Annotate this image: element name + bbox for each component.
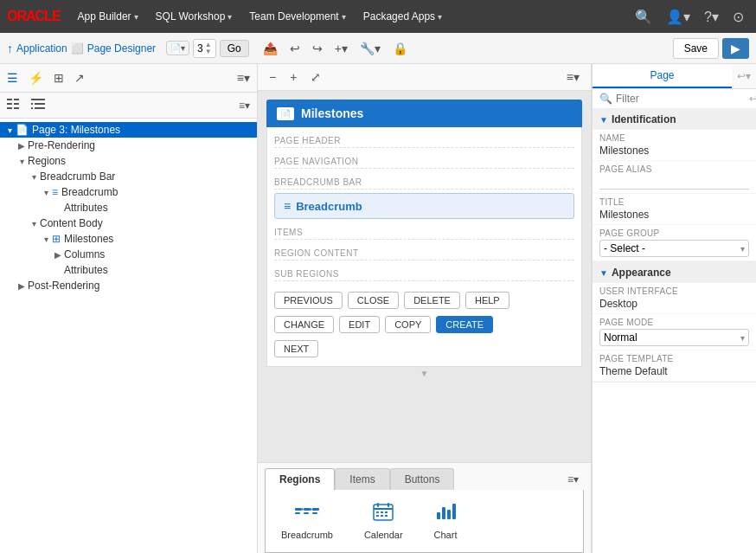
filter-input[interactable] — [616, 93, 746, 105]
page-mode-select[interactable]: Normal ▾ — [599, 329, 749, 346]
filter-menu-btn[interactable]: ↩▾ — [749, 93, 756, 105]
tab-buttons[interactable]: Buttons — [390, 468, 455, 490]
appearance-header[interactable]: ▼ Appearance — [593, 262, 756, 283]
select-value: Normal — [604, 331, 637, 344]
change-btn[interactable]: CHANGE — [274, 316, 334, 333]
go-button[interactable]: Go — [220, 40, 249, 57]
tree-item-attributes[interactable]: Attributes — [48, 200, 257, 215]
list-view-btn[interactable] — [3, 96, 24, 114]
bottom-handle[interactable]: ▼ — [266, 367, 582, 380]
breadcrumb-icon: ≡ — [52, 186, 58, 198]
toggle-switch[interactable]: ⬜ — [71, 42, 84, 55]
lock-icon-btn[interactable]: 🔒 — [389, 40, 411, 57]
svg-rect-23 — [376, 511, 379, 513]
menu-btn[interactable]: ≡▾ — [234, 68, 253, 88]
next-btn[interactable]: NEXT — [274, 340, 318, 357]
sub-regions-slot: SUB REGIONS — [274, 267, 574, 281]
previous-btn[interactable]: PREVIOUS — [274, 292, 343, 309]
tree-item-content-body[interactable]: ▾ Content Body — [24, 215, 257, 231]
collapse-btn[interactable]: ≡▾ — [235, 98, 253, 113]
application-link[interactable]: Application — [16, 42, 67, 55]
center-toolbar: − + ⤢ ≡▾ — [258, 64, 591, 91]
add-icon-btn[interactable]: +▾ — [331, 40, 351, 57]
tree-item-post-rendering[interactable]: ▶ Post-Rendering — [12, 278, 257, 293]
zoom-in-btn[interactable]: + — [285, 68, 301, 87]
item-label: Pre-Rendering — [28, 139, 95, 151]
section-collapse-icon: ▼ — [599, 268, 608, 278]
region-content-slot: REGION CONTENT — [274, 247, 574, 260]
utilities-icon-btn[interactable]: 🔧▾ — [356, 40, 384, 57]
close-btn[interactable]: CLOSE — [348, 292, 399, 309]
prop-value: Theme Default — [599, 365, 749, 377]
tree-item-attributes2[interactable]: Attributes — [48, 262, 257, 278]
grid-view-btn[interactable]: ⊞ — [50, 68, 67, 88]
svg-rect-13 — [312, 508, 319, 511]
page-group-select[interactable]: - Select - ▾ — [599, 240, 749, 257]
main-area: ☰ ⚡ ⊞ ↗ ≡▾ — [0, 64, 756, 553]
center-menu-btn[interactable]: ≡▾ — [562, 68, 584, 87]
tree-item-pre-rendering[interactable]: ▶ Pre-Rendering — [12, 138, 257, 153]
prop-value[interactable] — [599, 176, 749, 190]
item-label: Content Body — [40, 217, 103, 229]
help-btn[interactable]: HELP — [465, 292, 509, 309]
account-icon-btn[interactable]: ⊙ — [727, 5, 749, 29]
tree-item-regions[interactable]: ▾ Regions — [12, 153, 257, 169]
tree-root[interactable]: ▾ 📄 Page 3: Milestones — [0, 122, 257, 138]
page-canvas: 📄 Milestones PAGE HEADER PAGE NAVIGATION… — [258, 91, 591, 462]
help-icon-btn[interactable]: ?▾ — [699, 5, 724, 29]
save-button[interactable]: Save — [673, 38, 719, 59]
chevron-down-icon: ▾ — [438, 12, 442, 22]
svg-rect-0 — [7, 99, 12, 100]
zoom-out-btn[interactable]: − — [265, 68, 280, 87]
nav-app-builder[interactable]: App Builder ▾ — [71, 7, 145, 26]
button-row-1: PREVIOUS CLOSE DELETE HELP — [274, 290, 574, 311]
user-icon-btn[interactable]: 👤▾ — [661, 5, 695, 29]
prop-page-alias: Page Alias — [593, 161, 756, 194]
edit-btn[interactable]: EDIT — [339, 316, 380, 333]
bottom-item-breadcrumb[interactable]: Breadcrumb — [274, 498, 340, 543]
bottom-tabs-area: Regions Items Buttons ≡▾ — [258, 462, 591, 553]
tab-regions[interactable]: Regions — [265, 468, 335, 490]
expand-btn[interactable]: ⤢ — [306, 68, 325, 87]
tab-items[interactable]: Items — [335, 468, 389, 490]
bottom-item-calendar[interactable]: Calendar — [357, 498, 410, 543]
tree-item-breadcrumb-bar[interactable]: ▾ Breadcrumb Bar — [24, 169, 257, 184]
tree-item-milestones[interactable]: ▾ ⊞ Milestones — [36, 231, 257, 247]
undo-icon-btn[interactable]: ↩ — [286, 40, 304, 57]
right-tab-page[interactable]: Page — [593, 64, 732, 88]
page-number-spinners[interactable]: ▲▼ — [205, 42, 212, 55]
expand-icon: ▶ — [16, 281, 28, 291]
run-button[interactable]: ▶ — [722, 38, 749, 59]
create-btn[interactable]: CREATE — [436, 316, 493, 333]
upload-icon-btn[interactable]: 📤 — [259, 40, 281, 57]
svg-rect-29 — [437, 512, 440, 519]
nav-sql-workshop[interactable]: SQL Workshop ▾ — [149, 7, 240, 26]
copy-btn[interactable]: COPY — [385, 316, 431, 333]
search-icon-btn[interactable]: 🔍 — [630, 5, 657, 29]
identification-header[interactable]: ▼ Identification — [593, 109, 756, 130]
detail-view-btn[interactable] — [28, 96, 48, 114]
bottom-item-chart[interactable]: Chart — [427, 498, 464, 543]
bottom-item-label: Calendar — [364, 530, 403, 540]
tree-item-breadcrumb[interactable]: ▾ ≡ Breadcrumb — [36, 184, 257, 200]
page-designer-link[interactable]: Page Designer — [87, 42, 156, 55]
svg-rect-27 — [381, 515, 383, 517]
search-view-btn[interactable]: ⚡ — [25, 68, 47, 88]
tree-item-columns[interactable]: ▶ Columns — [48, 247, 257, 262]
breadcrumb-region[interactable]: ≡ Breadcrumb — [274, 193, 574, 219]
svg-rect-1 — [7, 103, 12, 105]
left-toolbar: ☰ ⚡ ⊞ ↗ ≡▾ — [0, 64, 257, 93]
prop-user-interface: User Interface Desktop — [593, 283, 756, 314]
tab-menu-btn[interactable]: ≡▾ — [562, 470, 584, 489]
delete-btn[interactable]: DELETE — [404, 292, 460, 309]
right-panel-menu-btn[interactable]: ↩▾ — [732, 64, 756, 88]
page-options-btn[interactable]: 📄▾ — [166, 41, 189, 55]
nav-packaged-apps[interactable]: Packaged Apps ▾ — [356, 7, 449, 26]
page-header-icon: 📄 — [277, 107, 294, 120]
share-view-btn[interactable]: ↗ — [71, 68, 88, 88]
nav-team-development[interactable]: Team Development ▾ — [242, 7, 352, 26]
page-number-area: 📄▾ 3 ▲▼ Go — [166, 39, 249, 58]
back-icon[interactable]: ↑ — [7, 42, 13, 55]
redo-icon-btn[interactable]: ↪ — [309, 40, 326, 57]
tree-view-btn[interactable]: ☰ — [3, 68, 22, 88]
